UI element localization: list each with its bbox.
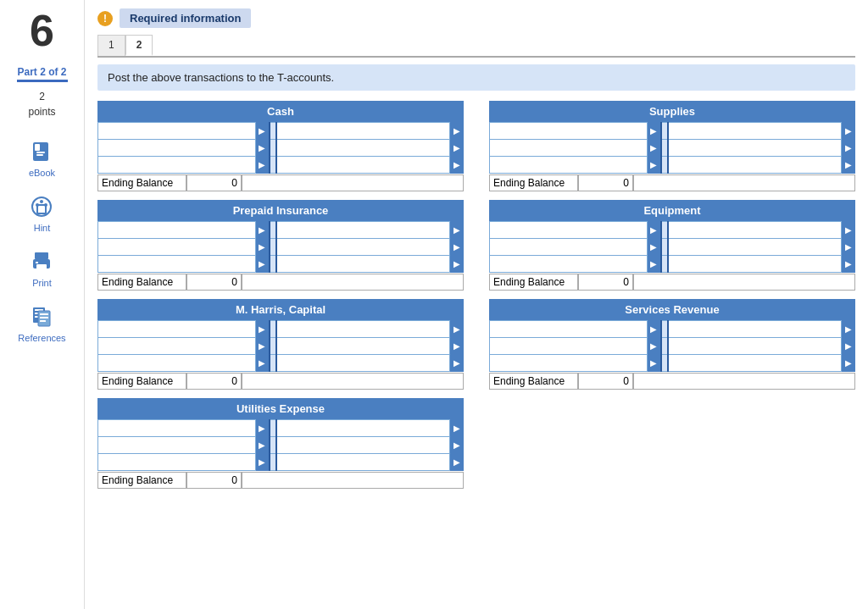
tab-2[interactable]: 2 <box>125 35 153 56</box>
arrow-cell: ▶ <box>256 420 270 437</box>
print-tool[interactable]: Print <box>28 248 55 288</box>
arrow-cell: ▶ <box>842 355 855 372</box>
tab-1[interactable]: 1 <box>97 35 125 56</box>
cell[interactable] <box>98 222 256 239</box>
mid-cell <box>661 355 668 372</box>
ending-balance-value[interactable]: 0 <box>186 373 242 390</box>
cell[interactable] <box>668 256 842 273</box>
cell[interactable] <box>490 222 648 239</box>
cell[interactable] <box>490 157 648 174</box>
table-row: ▶ ▶ <box>98 338 464 355</box>
t-account-equipment: Equipment ▶ ▶ ▶ ▶ ▶ <box>489 200 855 291</box>
table-row: ▶ ▶ <box>98 321 464 338</box>
cell[interactable] <box>668 123 842 140</box>
hint-tool[interactable]: Hint <box>28 193 55 233</box>
utilities-expense-header: Utilities Expense <box>97 398 464 419</box>
ending-balance-value[interactable]: 0 <box>186 174 242 191</box>
cash-table: ▶ ▶ ▶ ▶ ▶ ▶ <box>97 122 464 174</box>
cell[interactable] <box>668 140 842 157</box>
cell[interactable] <box>490 321 648 338</box>
cell[interactable] <box>668 157 842 174</box>
cell[interactable] <box>668 222 842 239</box>
supplies-header: Supplies <box>489 101 855 122</box>
table-row: ▶ ▶ <box>490 222 855 239</box>
cell[interactable] <box>98 321 256 338</box>
arrow-cell: ▶ <box>648 321 661 338</box>
table-row: ▶ ▶ <box>490 140 855 157</box>
cell[interactable] <box>276 140 450 157</box>
ending-balance-label: Ending Balance <box>97 472 186 489</box>
ending-spacer <box>633 373 855 390</box>
mid-cell <box>270 239 276 256</box>
arrow-cell: ▶ <box>842 123 855 140</box>
ending-balance-value[interactable]: 0 <box>578 274 633 291</box>
t-account-m-harris-capital: M. Harris, Capital ▶ ▶ ▶ ▶ <box>97 299 464 390</box>
prepaid-insurance-header: Prepaid Insurance <box>97 200 464 221</box>
cell[interactable] <box>276 123 450 140</box>
cell[interactable] <box>276 420 450 437</box>
cell[interactable] <box>98 256 256 273</box>
ebook-label: eBook <box>29 168 55 178</box>
table-row: ▶ ▶ <box>98 239 464 256</box>
arrow-cell: ▶ <box>256 338 270 355</box>
cell[interactable] <box>490 140 648 157</box>
mid-cell <box>270 140 276 157</box>
t-account-cash: Cash ▶ ▶ ▶ ▶ ▶ <box>97 101 464 191</box>
cell[interactable] <box>98 420 256 437</box>
cell[interactable] <box>276 338 450 355</box>
cell[interactable] <box>98 338 256 355</box>
ending-balance-value[interactable]: 0 <box>578 174 633 191</box>
cell[interactable] <box>668 239 842 256</box>
cell[interactable] <box>98 239 256 256</box>
ending-balance-value[interactable]: 0 <box>186 472 242 489</box>
arrow-cell: ▶ <box>648 355 661 372</box>
cell[interactable] <box>98 454 256 471</box>
ending-balance-value[interactable]: 0 <box>186 274 242 291</box>
cell[interactable] <box>276 321 450 338</box>
cash-ending-row: Ending Balance 0 <box>97 174 464 191</box>
cell[interactable] <box>490 338 648 355</box>
ebook-tool[interactable]: eBook <box>28 138 55 178</box>
arrow-cell: ▶ <box>450 239 464 256</box>
cell[interactable] <box>98 157 256 174</box>
mid-cell <box>270 256 276 273</box>
svg-rect-22 <box>40 317 48 318</box>
arrow-cell: ▶ <box>450 157 464 174</box>
arrow-cell: ▶ <box>450 140 464 157</box>
table-row: ▶ ▶ <box>490 338 855 355</box>
table-row: ▶ ▶ <box>98 420 464 437</box>
cell[interactable] <box>668 338 842 355</box>
cell[interactable] <box>276 239 450 256</box>
arrow-cell: ▶ <box>256 437 270 454</box>
cell[interactable] <box>98 123 256 140</box>
ending-balance-value[interactable]: 0 <box>578 373 633 390</box>
cell[interactable] <box>490 355 648 372</box>
cell[interactable] <box>276 355 450 372</box>
arrow-cell: ▶ <box>450 437 464 454</box>
cell[interactable] <box>276 222 450 239</box>
references-tool[interactable]: References <box>18 303 65 343</box>
arrow-cell: ▶ <box>648 256 661 273</box>
cell[interactable] <box>276 256 450 273</box>
cell[interactable] <box>490 123 648 140</box>
mid-cell <box>270 437 276 454</box>
table-row: ▶ ▶ <box>98 222 464 239</box>
cell[interactable] <box>276 454 450 471</box>
ending-spacer <box>242 274 464 291</box>
cell[interactable] <box>98 355 256 372</box>
cell[interactable] <box>98 437 256 454</box>
cell[interactable] <box>490 239 648 256</box>
arrow-cell: ▶ <box>842 222 855 239</box>
cell[interactable] <box>276 157 450 174</box>
accounts-grid: Cash ▶ ▶ ▶ ▶ ▶ <box>97 101 855 489</box>
table-row: ▶ ▶ <box>490 239 855 256</box>
arrow-cell: ▶ <box>450 355 464 372</box>
cell[interactable] <box>668 321 842 338</box>
cell[interactable] <box>98 140 256 157</box>
cell[interactable] <box>276 437 450 454</box>
cell[interactable] <box>668 355 842 372</box>
cell[interactable] <box>490 256 648 273</box>
required-text: Required information <box>120 8 251 28</box>
arrow-cell: ▶ <box>842 157 855 174</box>
arrow-cell: ▶ <box>648 157 661 174</box>
